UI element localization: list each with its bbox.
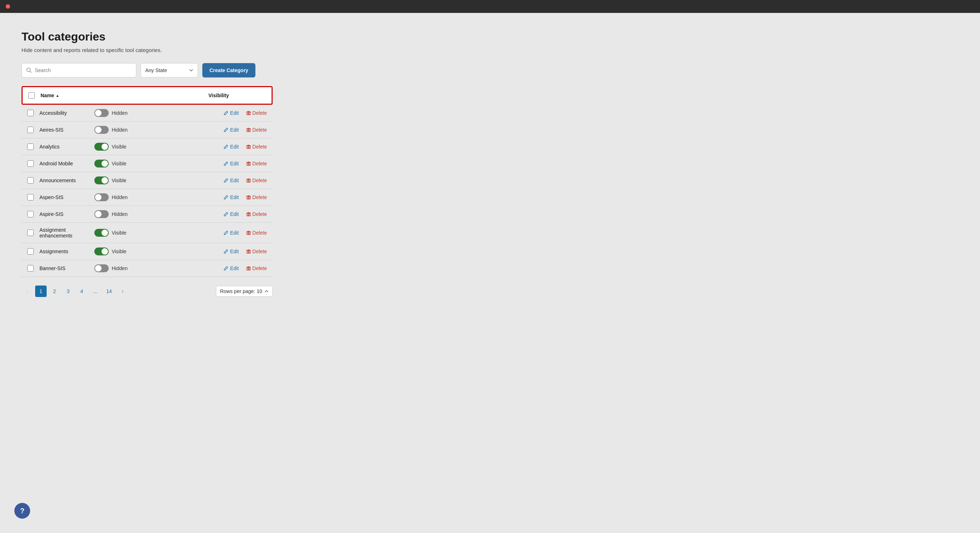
toggle-knob-0 (95, 110, 102, 116)
visibility-toggle-3[interactable] (94, 160, 109, 167)
trash-icon (246, 212, 251, 216)
edit-button-7[interactable]: Edit (223, 230, 239, 235)
edit-button-3[interactable]: Edit (223, 161, 239, 166)
visibility-toggle-4[interactable] (94, 177, 109, 185)
row-name-3: Android Mobile (40, 161, 94, 166)
row-name-2: Analytics (40, 144, 94, 150)
visibility-label-6: Hidden (111, 211, 127, 217)
pagination: ‹ 1 2 3 4 ... 14 › Rows per page: 10 (22, 285, 273, 297)
visibility-label-7: Visible (111, 230, 126, 235)
toggle-knob-8 (102, 248, 108, 255)
row-name-0: Accessibility (40, 110, 94, 116)
page-button-1[interactable]: 1 (35, 285, 47, 297)
prev-page-button[interactable]: ‹ (22, 285, 33, 297)
edit-button-1[interactable]: Edit (223, 127, 239, 133)
row-checkbox-5[interactable] (27, 194, 34, 200)
chevron-up-icon (264, 289, 269, 293)
row-visibility-7: Visible (94, 229, 152, 237)
edit-button-4[interactable]: Edit (223, 178, 239, 183)
delete-button-1[interactable]: Delete (246, 127, 267, 133)
visibility-toggle-9[interactable] (94, 264, 109, 272)
delete-button-3[interactable]: Delete (246, 161, 267, 166)
next-page-button[interactable]: › (117, 285, 129, 297)
delete-button-4[interactable]: Delete (246, 178, 267, 183)
edit-button-9[interactable]: Edit (223, 266, 239, 271)
edit-button-8[interactable]: Edit (223, 248, 239, 254)
visibility-toggle-5[interactable] (94, 193, 109, 201)
row-visibility-3: Visible (94, 160, 152, 167)
visibility-label-9: Hidden (111, 266, 127, 271)
page-ellipsis: ... (90, 285, 101, 297)
help-button[interactable]: ? (14, 503, 30, 519)
row-checkbox-6[interactable] (27, 211, 34, 217)
page-button-4[interactable]: 4 (76, 285, 88, 297)
edit-icon (223, 249, 229, 254)
row-actions-9: Edit Delete (152, 266, 267, 271)
svg-line-1 (30, 72, 32, 73)
row-checkbox-7[interactable] (27, 229, 34, 236)
visibility-toggle-2[interactable] (94, 143, 109, 151)
table-row: Assignments Visible Edit (22, 243, 273, 260)
table-row: Aspire-SIS Hidden Edit (22, 206, 273, 223)
edit-icon (223, 230, 229, 235)
delete-button-7[interactable]: Delete (246, 230, 267, 235)
row-checkbox-2[interactable] (27, 143, 34, 150)
edit-button-6[interactable]: Edit (223, 211, 239, 217)
edit-icon (223, 212, 229, 216)
edit-icon (223, 127, 229, 132)
delete-button-5[interactable]: Delete (246, 194, 267, 200)
rows-per-page-selector[interactable]: Rows per page: 10 (216, 286, 273, 297)
page-subtitle: Hide content and reports related to spec… (22, 47, 958, 53)
delete-button-9[interactable]: Delete (246, 266, 267, 271)
page-button-3[interactable]: 3 (62, 285, 74, 297)
row-checkbox-9[interactable] (27, 265, 34, 272)
row-actions-5: Edit Delete (152, 194, 267, 200)
row-checkbox-4[interactable] (27, 177, 34, 184)
visibility-label-1: Hidden (111, 127, 127, 133)
trash-icon (246, 230, 251, 235)
visibility-toggle-1[interactable] (94, 126, 109, 134)
row-name-5: Aspen-SIS (40, 194, 94, 200)
visibility-toggle-8[interactable] (94, 248, 109, 255)
visibility-label-4: Visible (111, 178, 126, 183)
page-button-14[interactable]: 14 (103, 285, 115, 297)
traffic-light-close[interactable] (6, 4, 10, 9)
row-checkbox-0[interactable] (27, 110, 34, 116)
row-checkbox-3[interactable] (27, 160, 34, 167)
table-row: Accessibility Hidden Edit (22, 105, 273, 122)
edit-button-5[interactable]: Edit (223, 194, 239, 200)
row-visibility-2: Visible (94, 143, 152, 151)
visibility-label-3: Visible (111, 161, 126, 166)
table-header: Name ▲ Visibility (22, 86, 273, 105)
trash-icon (246, 144, 251, 149)
row-checkbox-1[interactable] (27, 127, 34, 133)
row-name-4: Announcements (40, 178, 94, 183)
visibility-toggle-7[interactable] (94, 229, 109, 237)
create-category-button[interactable]: Create Category (202, 63, 255, 78)
delete-button-2[interactable]: Delete (246, 144, 267, 150)
row-actions-8: Edit Delete (152, 248, 267, 254)
page-title: Tool categories (22, 30, 958, 43)
row-checkbox-8[interactable] (27, 248, 34, 255)
select-all-checkbox[interactable] (28, 92, 35, 99)
row-visibility-8: Visible (94, 248, 152, 255)
edit-button-0[interactable]: Edit (223, 110, 239, 116)
delete-button-6[interactable]: Delete (246, 211, 267, 217)
delete-button-0[interactable]: Delete (246, 110, 267, 116)
visibility-label-5: Hidden (111, 194, 127, 200)
search-input[interactable] (35, 67, 132, 73)
table-row: Aspen-SIS Hidden Edit (22, 189, 273, 206)
page-button-2[interactable]: 2 (49, 285, 60, 297)
table-row: Aeires-SIS Hidden Edit (22, 122, 273, 138)
edit-button-2[interactable]: Edit (223, 144, 239, 150)
visibility-toggle-6[interactable] (94, 210, 109, 218)
delete-button-8[interactable]: Delete (246, 248, 267, 254)
visibility-toggle-0[interactable] (94, 109, 109, 117)
row-actions-7: Edit Delete (152, 230, 267, 235)
table-row: Announcements Visible Edit (22, 172, 273, 189)
trash-icon (246, 195, 251, 200)
state-select[interactable]: Any State (141, 63, 198, 78)
toggle-knob-3 (102, 160, 108, 167)
trash-icon (246, 178, 251, 183)
trash-icon (246, 127, 251, 132)
